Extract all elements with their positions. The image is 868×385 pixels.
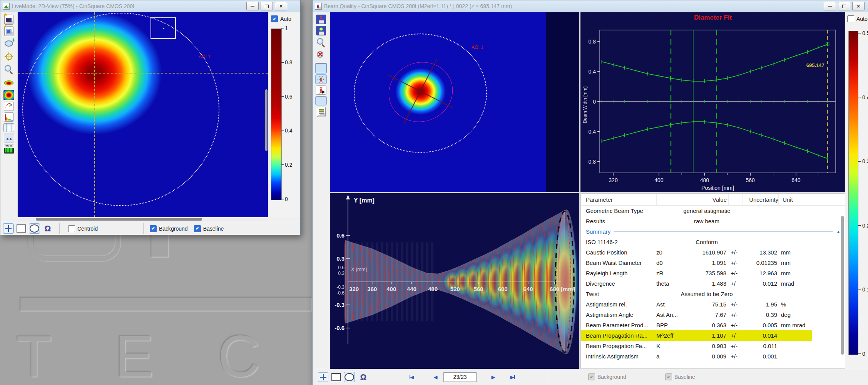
table-row[interactable]: Beam Propagation Ra...M^2eff1.107+/-0.01…: [581, 330, 812, 341]
histogram-icon[interactable]: [4, 112, 14, 122]
svg-text:480: 480: [428, 286, 438, 292]
last-frame-button[interactable]: ▶: [507, 372, 518, 382]
diameter-fit-plot[interactable]: Diameter Fit 0.80.40-0.4-0.8320400480560…: [580, 12, 845, 192]
table-row[interactable]: Beam Waist Diameterd01.091+/-0.01235mm: [581, 258, 845, 268]
pan-tool-button[interactable]: [318, 372, 328, 382]
auto-scale-checkbox[interactable]: [271, 15, 278, 22]
beam-quality-toolbar: [313, 12, 330, 369]
vertical-scrollbar[interactable]: [265, 89, 268, 151]
minimize-button[interactable]: [824, 2, 836, 10]
control-panel-icon[interactable]: [4, 134, 14, 142]
reset-roi-button[interactable]: [358, 372, 368, 382]
zoom-icon[interactable]: [315, 37, 327, 49]
colorbar-tick: 0.2: [858, 223, 868, 229]
table-section-row[interactable]: Summary▲: [581, 226, 845, 237]
close-button[interactable]: ×: [852, 2, 865, 10]
caustic-fit-icon[interactable]: [316, 75, 326, 84]
wallpaper-shape: [20, 297, 312, 311]
baseline-checkbox[interactable]: [194, 225, 201, 232]
rect-roi-button[interactable]: [331, 372, 341, 382]
previous-frame-button[interactable]: ◀: [430, 372, 441, 382]
table-scrollbar[interactable]: [841, 216, 844, 355]
results-table-icon[interactable]: [316, 96, 326, 105]
table-row[interactable]: Intrinsic Astigmatisma0.009+/-0.001: [581, 351, 845, 362]
collapse-caret-icon[interactable]: ▲: [836, 229, 840, 234]
table-row[interactable]: Astigmatism rel.Ast75.15+/-1.95%: [581, 299, 845, 310]
svg-text:0.6: 0.6: [336, 232, 345, 239]
first-frame-button[interactable]: ◀: [406, 372, 417, 382]
caustic-3d-view[interactable]: 0.60.3-0.3-0.60.60.3-0.3-0.6Y [mm]X [mm]…: [330, 193, 579, 369]
profile-plot-icon[interactable]: [4, 102, 14, 111]
table-row[interactable]: ISO 11146-2Conform: [581, 237, 845, 247]
svg-text:Position [mm]: Position [mm]: [701, 185, 734, 191]
svg-text:0.6: 0.6: [338, 265, 345, 270]
beam-2d-view[interactable]: AOI 1: [18, 12, 268, 217]
ellipse-roi-button[interactable]: [29, 224, 40, 233]
svg-text:Y [mm]: Y [mm]: [354, 197, 375, 204]
crosshair-horizontal: [18, 73, 268, 74]
centroid-target-icon[interactable]: [3, 51, 15, 62]
new-snapshot-document-icon[interactable]: [4, 26, 13, 36]
report-icon[interactable]: [317, 107, 326, 117]
table-row[interactable]: Divergencetheta1.483+/-0.012mrad: [581, 278, 845, 289]
ellipse-roi-button[interactable]: [344, 372, 355, 382]
colorbar-tick: 0.2: [281, 162, 292, 168]
caustic-cursor-icon[interactable]: [316, 85, 326, 95]
background-checkbox[interactable]: [588, 373, 595, 380]
restore-button[interactable]: [261, 2, 273, 10]
beam-2d-view[interactable]: AOI 1: [330, 12, 579, 192]
frame-counter-field[interactable]: 23/23: [443, 372, 477, 382]
add-roi-icon[interactable]: [3, 38, 15, 49]
table-row[interactable]: Caustic Positionz01610.907+/-13.302mm: [581, 247, 845, 258]
aoi-ellipse[interactable]: [354, 33, 487, 153]
livemode-titlebar[interactable]: LiveMode: 2D-View (75%) - CinSquare CMOS…: [0, 0, 300, 12]
background-label: Background: [159, 226, 188, 232]
livemode-toolbar: 75 %: [0, 12, 18, 217]
beam-quality-titlebar[interactable]: Beam Quality - CinSquare CMOS 200f (M2ef…: [313, 0, 868, 12]
rect-roi-button[interactable]: [16, 224, 27, 233]
table-row[interactable]: TwistAssumed to be Zero: [581, 289, 845, 299]
svg-text:-0.3: -0.3: [334, 301, 345, 308]
table-row[interactable]: Beam Parameter Prod...BPP0.363+/-0.005mm…: [581, 320, 845, 330]
beam-2d-view-icon[interactable]: [3, 90, 14, 100]
centroid-checkbox[interactable]: [68, 225, 75, 232]
close-button[interactable]: ×: [275, 2, 287, 10]
background-checkbox[interactable]: [150, 225, 157, 232]
baseline-checkbox[interactable]: [665, 373, 672, 380]
beam-2d-view-icon[interactable]: [316, 63, 326, 73]
svg-text:640: 640: [523, 286, 533, 292]
zoom-reset-icon[interactable]: [315, 50, 327, 62]
beam-3d-view-icon[interactable]: [3, 77, 15, 89]
save-beam-icon[interactable]: [316, 26, 326, 35]
zoom-icon[interactable]: [3, 64, 15, 75]
colorbar-panel-right: Auto 0.50.40.30.20.10: [845, 12, 868, 369]
new-live-document-icon[interactable]: [4, 15, 13, 25]
svg-text:400: 400: [654, 177, 664, 183]
baseline-label: Baseline: [203, 226, 224, 232]
pan-tool-button[interactable]: [3, 224, 13, 233]
restore-button[interactable]: [838, 2, 850, 10]
table-row[interactable]: Beam Propagation Fa...K0.903+/-0.011: [581, 341, 845, 351]
table-row[interactable]: Rayleigh LengthzR735.598+/-12.963mm: [581, 268, 845, 278]
save-caustic-icon[interactable]: [316, 15, 326, 24]
svg-text:440: 440: [407, 286, 416, 292]
table-row[interactable]: Geometric Beam Typegeneral astigmatic: [581, 206, 845, 216]
saturation-gauge-icon[interactable]: 75 %: [4, 144, 14, 154]
minimize-button[interactable]: [246, 2, 259, 10]
svg-text:-0.6: -0.6: [334, 325, 345, 331]
parameter-table[interactable]: Parameter Value Uncertainty Unit Geometr…: [580, 193, 845, 369]
aoi-ellipse[interactable]: [22, 13, 219, 206]
table-row[interactable]: Astigmatism AngleAst An...7.67+/-0.39deg: [581, 310, 845, 320]
reset-roi-button[interactable]: [42, 224, 53, 233]
table-row[interactable]: Resultsraw beam: [581, 216, 845, 226]
horizontal-scrollbar[interactable]: [17, 217, 268, 222]
svg-text:560: 560: [473, 286, 483, 292]
centroid-label: Centroid: [77, 226, 98, 232]
results-table-icon[interactable]: [3, 123, 14, 132]
next-frame-button[interactable]: ▶: [488, 372, 498, 382]
auto-scale-checkbox[interactable]: [847, 15, 854, 22]
reference-rectangle[interactable]: [151, 17, 176, 39]
livemode-window-title: LiveMode: 2D-View (75%) - CinSquare CMOS…: [12, 3, 244, 9]
svg-text:600: 600: [498, 286, 508, 292]
beam-quality-app-icon: [315, 3, 322, 10]
